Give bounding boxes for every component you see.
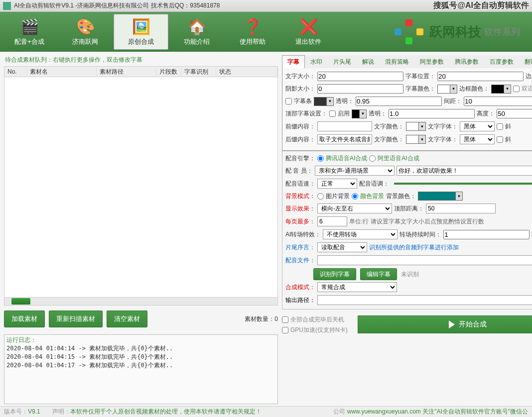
suffix-input[interactable]	[317, 134, 372, 144]
bottom-options: 全部合成完毕后关机 GPU加速(仅支持N卡) 开始合成 停止合成	[282, 315, 532, 336]
brand-logo-icon	[395, 19, 424, 44]
settings-tabs: 字幕 水印 片头尾 解说 混剪策略 阿里参数 腾讯参数 百度参数 翻译API	[282, 55, 532, 68]
load-material-button[interactable]: 加载素材	[4, 311, 45, 327]
font-size-input[interactable]	[317, 72, 403, 81]
compose-mode-select[interactable]: 常规合成	[317, 282, 397, 292]
subtitle-pos-input[interactable]	[437, 72, 524, 81]
recognize-subtitle-button[interactable]: 识别到字幕	[313, 268, 356, 280]
prefix-input[interactable]	[317, 121, 372, 131]
voice-select[interactable]: 亲和女声-通用场景	[315, 166, 395, 176]
voice-panel: 配音引擎： 腾讯语音AI合成 阿里语音AI合成 配 音 员： 亲和女声-通用场景…	[282, 151, 532, 310]
close-icon: ❌	[298, 17, 318, 35]
tail-select[interactable]: 读取配音	[317, 242, 367, 252]
top-color-picker[interactable]: ▼	[352, 109, 367, 118]
toolbar-help[interactable]: ❓使用帮助	[225, 14, 280, 50]
bg-image-radio[interactable]	[317, 193, 324, 200]
prefix-color-picker[interactable]: ▼	[406, 122, 426, 131]
output-path-input[interactable]	[317, 295, 532, 305]
topdist-input[interactable]	[426, 204, 496, 213]
toolbar-exit[interactable]: ❌退出软件	[281, 14, 336, 50]
toolbar-original-compose[interactable]: 🖼️原创合成	[114, 14, 168, 50]
statusbar: 版本号：V9.1 声明：本软件仅用于个人原创音视频素材的处理，使用本软件请遵守相…	[0, 406, 532, 417]
site-link[interactable]: www.yuewangxueyuan.com	[347, 408, 421, 415]
prefix-font-select[interactable]: 黑体	[460, 121, 495, 131]
engine-tencent-radio[interactable]	[317, 155, 324, 162]
suffix-italic-checkbox[interactable]	[497, 136, 503, 143]
subtitle-color-picker[interactable]: ▼	[437, 85, 457, 94]
edit-subtitle-button[interactable]: 编辑字幕	[360, 268, 397, 280]
speed-select[interactable]: 正常	[317, 179, 357, 189]
tab-narration[interactable]: 解说	[357, 55, 380, 68]
tab-watermark[interactable]: 水印	[305, 55, 328, 68]
tab-ali[interactable]: 阿里参数	[414, 55, 449, 68]
toolbar-company[interactable]: 🎨济南跃网	[58, 14, 113, 50]
film-icon: 🎬	[19, 17, 39, 35]
suffix-color-picker[interactable]: ▼	[406, 135, 426, 144]
main-toolbar: 🎬配音+合成 🎨济南跃网 🖼️原创合成 🏠功能介绍 ❓使用帮助 ❌退出软件 跃网…	[0, 12, 532, 52]
transdur-input[interactable]	[443, 230, 530, 239]
toolbar-dub-compose[interactable]: 🎬配音+合成	[2, 14, 57, 50]
material-grid[interactable]	[4, 77, 278, 298]
shutdown-checkbox[interactable]	[282, 316, 288, 323]
tab-headtail[interactable]: 片头尾	[328, 55, 357, 68]
tab-subtitle[interactable]: 字幕	[282, 55, 305, 68]
display-select[interactable]: 横向-左至右	[317, 204, 392, 213]
start-compose-button[interactable]: 开始合成	[358, 315, 532, 333]
help-icon: ❓	[243, 17, 263, 35]
clear-material-button[interactable]: 清空素材	[107, 311, 147, 327]
engine-ali-radio[interactable]	[369, 155, 376, 162]
tab-baidu[interactable]: 百度参数	[484, 55, 519, 68]
dubfile-input[interactable]	[317, 255, 532, 265]
tab-tencent[interactable]: 腾讯参数	[449, 55, 484, 68]
top-alpha-input[interactable]	[389, 109, 475, 118]
bg-color-radio[interactable]	[352, 193, 358, 200]
brand: 跃网科技 软件系列	[337, 19, 530, 44]
app-title: AI全自动剪辑软件V9.1 -济南跃网信息科技有限公司 技术售后QQ：93548…	[14, 1, 220, 10]
tab-mixcut[interactable]: 混剪策略	[380, 55, 414, 68]
unrecognized-label: 未识别	[401, 270, 419, 279]
prefix-italic-checkbox[interactable]	[497, 123, 503, 130]
maxline-input[interactable]	[317, 216, 347, 226]
play-icon	[449, 320, 455, 328]
border-color-picker[interactable]: ▼	[491, 85, 511, 94]
bar-color-picker[interactable]: ▼	[314, 97, 334, 106]
bar-alpha-input[interactable]	[356, 97, 442, 106]
material-count: 素材数量：0	[245, 315, 278, 323]
queue-hint: 待合成素材队列：右键执行更多操作，双击修改字幕	[4, 55, 278, 66]
suffix-font-select[interactable]: 黑体	[460, 134, 495, 144]
app-icon	[3, 2, 11, 10]
transition-select[interactable]: 不使用转场	[323, 229, 398, 239]
toolbar-features[interactable]: 🏠功能介绍	[169, 14, 224, 50]
tone-slider[interactable]	[394, 183, 532, 185]
titlebar-right: 搜狐号@AI全自动剪辑软件	[433, 0, 529, 11]
rescan-material-button[interactable]: 重新扫描素材	[49, 311, 103, 327]
h-scrollbar[interactable]	[4, 298, 278, 306]
picture-icon: 🖼️	[131, 17, 151, 35]
bilingual-checkbox[interactable]	[513, 86, 520, 92]
top-height-input[interactable]	[497, 109, 532, 118]
log-panel: 运行日志： 2020-08-04 01:04:14 -> 素材加载完毕，共{0}…	[4, 334, 278, 404]
voice-sample-input[interactable]	[397, 166, 532, 176]
palette-icon: 🎨	[75, 17, 95, 35]
bg-color-picker[interactable]: ▼	[418, 192, 463, 201]
subtitle-panel: 文字大小： 字幕位置： 边框大小： 文字字体：黑体 阴影大小： 字幕颜色：▼ 边…	[282, 68, 532, 151]
tab-translate[interactable]: 翻译API	[519, 55, 532, 68]
bar-gap-input[interactable]	[464, 97, 532, 106]
subtitle-bar-checkbox[interactable]	[285, 98, 292, 104]
titlebar: AI全自动剪辑软件V9.1 -济南跃网信息科技有限公司 技术售后QQ：93548…	[0, 0, 532, 12]
gpu-checkbox[interactable]	[282, 327, 288, 333]
top-enable-checkbox[interactable]	[329, 110, 336, 117]
grid-header: No. 素材名 素材路径 片段数 字幕识别 状态	[4, 66, 278, 77]
shadow-input[interactable]	[317, 84, 403, 94]
home-icon: 🏠	[187, 17, 207, 35]
